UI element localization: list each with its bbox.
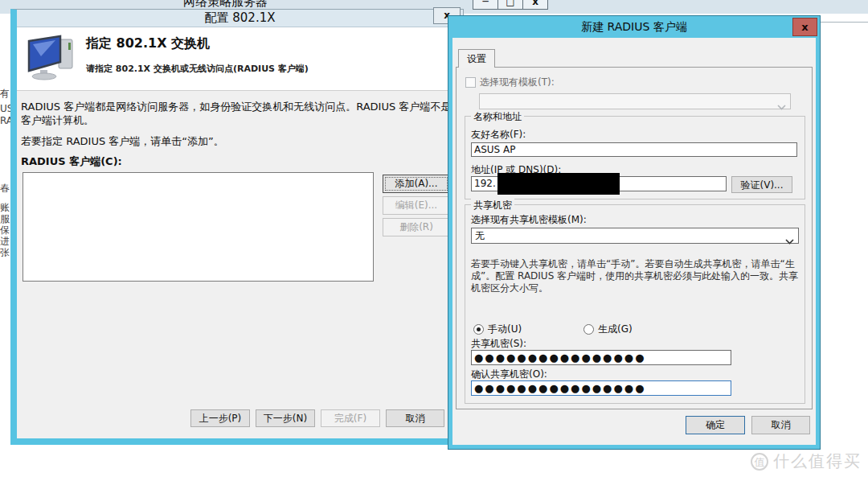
confirm-secret-label: 确认共享机密(O): [471, 368, 547, 381]
console-text-fragment: US [0, 103, 10, 114]
edit-button: 编辑(E)... [383, 196, 450, 215]
address-value: 192. [474, 178, 496, 189]
generate-radio[interactable]: 生成(G) [583, 323, 633, 336]
site-watermark: 值 什么值得买 [751, 450, 862, 472]
finish-button: 完成(F) [321, 409, 380, 427]
verify-button[interactable]: 验证(V)... [731, 176, 792, 193]
settings-tab-panel: 选择现有模板(T): 名称和地址 友好名称(F): ASUS AP 地址(IP … [456, 67, 813, 409]
console-text-fragment: 张 [0, 246, 10, 260]
secret-template-label: 选择现有共享机密模板(M): [471, 213, 587, 227]
shared-secret-instructions: 若要手动键入共享机密，请单击“手动”。若要自动生成共享机密，请单击“生成”。配置… [471, 258, 799, 294]
select-existing-template-checkbox[interactable]: 选择现有模板(T): [465, 76, 555, 89]
watermark-badge: 值 [751, 453, 768, 471]
screen: 网络策略服务器 ─ □ x 有 US RA 春 账 服 保 进 张 配置 802… [0, 0, 868, 477]
radio-unselected-icon [583, 324, 594, 335]
radius-cancel-button[interactable]: 取消 [751, 416, 810, 434]
console-text-fragment: 春 [0, 182, 10, 195]
configure-8021x-dialog: 配置 802.1X x 指定 802.1X 交换机 请指定 802.1X 交换机… [10, 9, 464, 445]
select-existing-template-label: 选择现有模板(T): [480, 76, 555, 89]
confirm-secret-input[interactable]: ●●●●●●●●●●●●●●●● [471, 380, 731, 396]
chevron-down-icon [785, 234, 794, 249]
checkbox-icon[interactable] [465, 77, 476, 88]
address-redaction-block [497, 173, 620, 195]
friendly-name-input[interactable]: ASUS AP [471, 142, 797, 157]
radius-dialog-close-icon[interactable]: x [792, 18, 817, 36]
console-text-fragment: RA [0, 115, 10, 126]
address-input[interactable]: 192. [471, 176, 727, 191]
new-radius-client-dialog: 新建 RADIUS 客户端 x 设置 选择现有模板(T): 名称和地址 友好名称… [448, 16, 820, 449]
maximize-icon[interactable]: □ [497, 0, 523, 10]
name-group-legend: 名称和地址 [471, 110, 524, 124]
wizard-cancel-button[interactable]: 取消 [386, 409, 444, 427]
next-button[interactable]: 下一步(N) [256, 409, 315, 427]
manual-radio-label: 手动(U) [488, 323, 522, 336]
secret-template-value: 无 [475, 230, 485, 241]
shared-secret-label: 共享机密(S): [471, 337, 526, 351]
chevron-down-icon [777, 100, 786, 114]
template-combobox [479, 93, 791, 109]
radio-selected-icon [473, 324, 484, 335]
console-text-fragment: 有 [0, 87, 10, 101]
wizard-paragraph-1: RADIUS 客户端都是网络访问服务器，如身份验证交换机和无线访问点。RADIU… [21, 100, 459, 127]
secret-template-combobox[interactable]: 无 [471, 228, 799, 244]
add-button[interactable]: 添加(A)... [383, 175, 450, 193]
watermark-text: 什么值得买 [773, 450, 862, 472]
wizard-subheading: 请指定 802.1X 交换机或无线访问点(RADIUS 客户端) [86, 63, 309, 75]
name-and-address-group: 名称和地址 友好名称(F): ASUS AP 地址(IP 或 DNS)(D): … [465, 116, 805, 199]
generate-radio-label: 生成(G) [598, 323, 633, 336]
tab-settings[interactable]: 设置 [458, 49, 495, 68]
friendly-name-label: 友好名称(F): [471, 128, 526, 142]
manual-radio[interactable]: 手动(U) [473, 323, 522, 336]
wizard-header: 指定 802.1X 交换机 请指定 802.1X 交换机或无线访问点(RADIU… [17, 27, 463, 91]
background-window-edge [820, 22, 868, 23]
parent-window-controls: ─ □ x [473, 0, 547, 10]
delete-button: 删除(R) [383, 218, 450, 236]
minimize-icon[interactable]: ─ [473, 0, 498, 10]
previous-button[interactable]: 上一步(P) [190, 409, 250, 427]
radius-clients-label: RADIUS 客户端(C): [21, 154, 122, 169]
wizard-paragraph-2: 若要指定 RADIUS 客户端，请单击“添加”。 [21, 134, 459, 149]
radius-dialog-body: 设置 选择现有模板(T): 名称和地址 友好名称(F): ASUS AP 地址(… [452, 38, 816, 445]
shared-secret-input[interactable]: ●●●●●●●●●●●●●●●● [471, 350, 731, 365]
secret-group-legend: 共享机密 [471, 199, 514, 212]
secret-mode-radios: 手动(U) 生成(G) [465, 323, 805, 337]
computer-icon [27, 34, 78, 83]
close-icon[interactable]: x [522, 0, 548, 10]
wizard-titlebar: 配置 802.1X [17, 10, 463, 27]
ok-button[interactable]: 确定 [686, 416, 745, 434]
radius-clients-listbox[interactable] [23, 172, 374, 282]
shared-secret-group: 共享机密 选择现有共享机密模板(M): 无 若要手动键入共享机密，请单击“手动”… [465, 204, 805, 404]
radius-dialog-titlebar: 新建 RADIUS 客户端 [448, 16, 820, 38]
wizard-heading: 指定 802.1X 交换机 [86, 35, 210, 52]
